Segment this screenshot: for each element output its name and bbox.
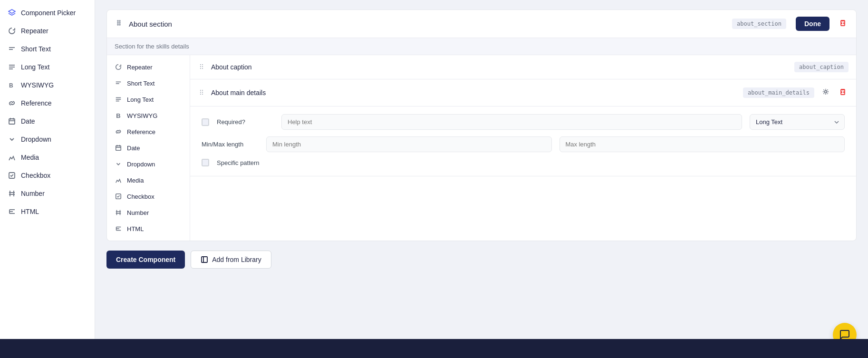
picker-long-text-icon bbox=[115, 96, 122, 103]
sidebar-item-label: Short Text bbox=[21, 45, 51, 53]
media-icon bbox=[8, 153, 16, 162]
help-text-input[interactable] bbox=[281, 114, 742, 130]
sidebar-item-label: Dropdown bbox=[21, 135, 51, 143]
picker-item-checkbox[interactable]: Checkbox bbox=[107, 188, 190, 204]
sidebar-item-label: WYSIWYG bbox=[21, 81, 54, 89]
library-icon bbox=[201, 256, 208, 263]
done-button[interactable]: Done bbox=[796, 17, 829, 31]
sidebar-item-label: Repeater bbox=[21, 27, 48, 35]
picker-item-label: Reference bbox=[127, 128, 155, 135]
sidebar-item-number[interactable]: Number bbox=[0, 184, 95, 203]
field-settings-panel: Required? Long Text Short Text WYSIWYG R… bbox=[190, 106, 856, 176]
picker-item-label: Date bbox=[127, 145, 140, 152]
bottom-actions: Create Component Add from Library bbox=[106, 251, 857, 269]
svg-point-24 bbox=[117, 24, 118, 25]
picker-item-long-text[interactable]: Long Text bbox=[107, 91, 190, 107]
picker-item-short-text[interactable]: Short Text bbox=[107, 75, 190, 91]
drag-handle-icon bbox=[115, 19, 123, 29]
svg-point-47 bbox=[200, 64, 201, 65]
short-text-icon bbox=[8, 45, 16, 53]
picker-item-label: Dropdown bbox=[127, 161, 155, 168]
min-max-row: Min/Max length bbox=[202, 136, 845, 152]
svg-point-51 bbox=[200, 68, 201, 69]
sidebar-item-html[interactable]: HTML bbox=[0, 203, 95, 221]
wysiwyg-icon: B bbox=[8, 81, 16, 89]
section-card: about_section Done Section for the skill… bbox=[106, 10, 857, 241]
type-select[interactable]: Long Text Short Text WYSIWYG Reference D… bbox=[750, 114, 845, 130]
sidebar-item-label: Media bbox=[21, 154, 39, 161]
picker-item-number[interactable]: Number bbox=[107, 204, 190, 221]
specific-pattern-row: Specific pattern bbox=[202, 159, 845, 166]
svg-point-48 bbox=[202, 64, 203, 65]
repeater-icon bbox=[8, 27, 16, 35]
field-slug-about-caption: about_caption bbox=[794, 62, 849, 72]
sidebar-item-label: Number bbox=[21, 190, 45, 197]
section-body: Repeater Short Text bbox=[107, 55, 856, 241]
svg-point-50 bbox=[202, 66, 203, 67]
picker-reference-icon bbox=[115, 128, 122, 135]
reference-icon bbox=[8, 99, 16, 107]
sidebar-item-media[interactable]: Media bbox=[0, 148, 95, 166]
min-length-input[interactable] bbox=[266, 136, 552, 152]
picker-number-icon bbox=[115, 209, 122, 216]
sidebar: Component Picker Repeater Short Text bbox=[0, 0, 95, 358]
picker-media-icon bbox=[115, 176, 122, 184]
picker-item-reference[interactable]: Reference bbox=[107, 124, 190, 140]
add-from-library-button[interactable]: Add from Library bbox=[191, 251, 271, 269]
required-checkbox[interactable] bbox=[202, 118, 209, 126]
sidebar-item-date[interactable]: Date bbox=[0, 112, 95, 130]
number-icon bbox=[8, 189, 16, 198]
sidebar-item-label: Checkbox bbox=[21, 172, 50, 179]
section-delete-button[interactable] bbox=[837, 17, 849, 30]
sidebar-item-short-text[interactable]: Short Text bbox=[0, 40, 95, 58]
component-picker-dropdown: Repeater Short Text bbox=[107, 55, 190, 241]
min-max-label: Min/Max length bbox=[202, 141, 259, 148]
picker-html-icon bbox=[115, 225, 122, 232]
field-settings-button[interactable] bbox=[820, 86, 831, 99]
field-name-input-about-main-details[interactable] bbox=[211, 89, 737, 97]
long-text-icon bbox=[8, 63, 16, 71]
field-drag-icon-2 bbox=[198, 88, 205, 97]
svg-rect-63 bbox=[202, 257, 207, 262]
picker-date-icon bbox=[115, 144, 122, 152]
picker-item-date[interactable]: Date bbox=[107, 140, 190, 156]
html-icon bbox=[8, 207, 16, 216]
max-length-input[interactable] bbox=[559, 136, 845, 152]
specific-pattern-checkbox[interactable] bbox=[202, 159, 209, 166]
svg-point-56 bbox=[202, 92, 203, 93]
add-from-library-label: Add from Library bbox=[212, 256, 261, 263]
svg-point-25 bbox=[119, 24, 120, 25]
create-component-button[interactable]: Create Component bbox=[106, 251, 185, 269]
section-slug: about_section bbox=[732, 19, 786, 29]
section-title-input[interactable] bbox=[129, 20, 726, 28]
picker-item-html[interactable]: HTML bbox=[107, 221, 190, 237]
field-delete-button[interactable] bbox=[837, 86, 849, 99]
svg-point-23 bbox=[119, 22, 120, 23]
field-drag-icon bbox=[198, 63, 205, 72]
picker-checkbox-icon bbox=[115, 193, 122, 200]
sidebar-item-repeater[interactable]: Repeater bbox=[0, 22, 95, 40]
svg-point-22 bbox=[117, 22, 118, 23]
picker-short-text-icon bbox=[115, 79, 122, 87]
svg-point-20 bbox=[117, 20, 118, 21]
fields-area: about_caption bbox=[190, 55, 856, 241]
field-name-input-about-caption[interactable] bbox=[211, 63, 789, 71]
svg-point-54 bbox=[202, 90, 203, 91]
picker-item-label: WYSIWYG bbox=[127, 112, 157, 119]
picker-item-label: Media bbox=[127, 177, 144, 184]
sidebar-item-component-picker[interactable]: Component Picker bbox=[0, 4, 95, 22]
picker-dropdown-icon bbox=[115, 160, 122, 168]
picker-item-dropdown[interactable]: Dropdown bbox=[107, 156, 190, 172]
date-icon bbox=[8, 117, 16, 126]
sidebar-item-long-text[interactable]: Long Text bbox=[0, 58, 95, 76]
picker-item-label: HTML bbox=[127, 225, 144, 232]
sidebar-item-checkbox[interactable]: Checkbox bbox=[0, 166, 95, 184]
svg-point-55 bbox=[200, 92, 201, 93]
sidebar-item-reference[interactable]: Reference bbox=[0, 94, 95, 112]
sidebar-item-dropdown[interactable]: Dropdown bbox=[0, 130, 95, 148]
sidebar-item-wysiwyg[interactable]: B WYSIWYG bbox=[0, 76, 95, 94]
section-header: about_section Done bbox=[107, 10, 856, 38]
picker-item-repeater[interactable]: Repeater bbox=[107, 59, 190, 75]
picker-item-media[interactable]: Media bbox=[107, 172, 190, 188]
picker-item-wysiwyg[interactable]: B WYSIWYG bbox=[107, 107, 190, 124]
